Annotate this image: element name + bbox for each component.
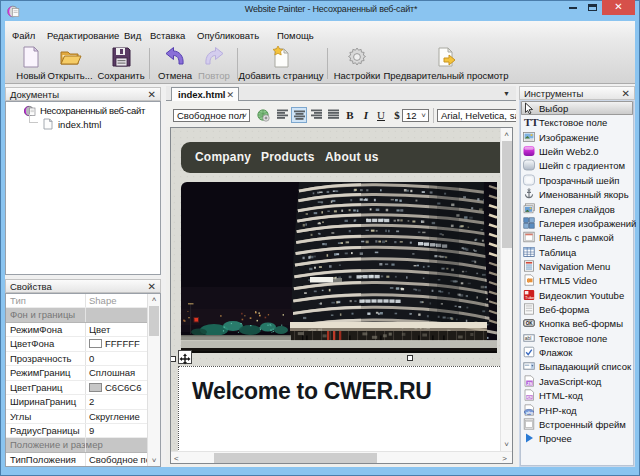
svg-text:OK: OK bbox=[526, 321, 534, 326]
svg-text:php: php bbox=[526, 409, 534, 414]
svg-text:<>: <> bbox=[527, 395, 533, 400]
svg-text:abl: abl bbox=[525, 335, 532, 341]
svg-text:JS: JS bbox=[527, 381, 532, 386]
svg-text:Tube: Tube bbox=[525, 294, 535, 299]
